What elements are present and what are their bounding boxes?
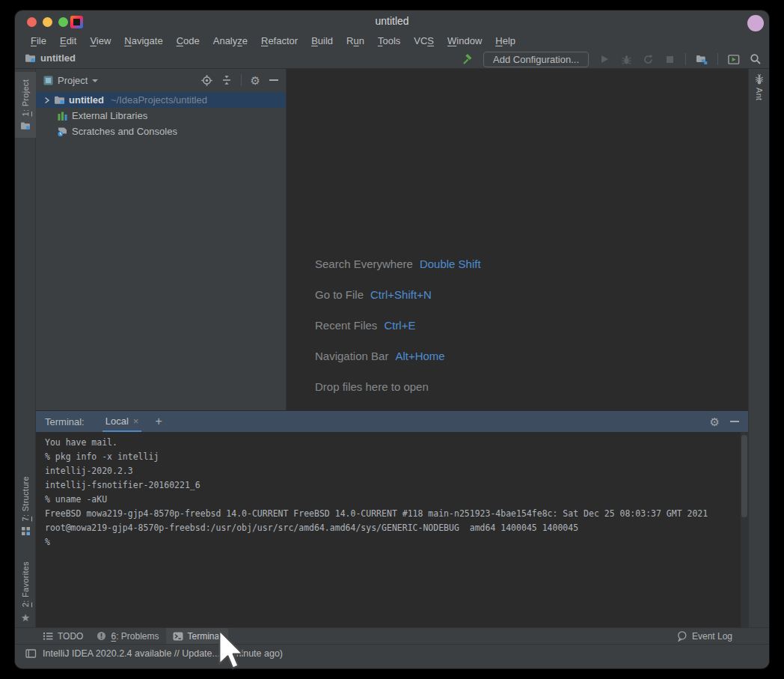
ant-tab-label: Ant bbox=[755, 88, 764, 100]
build-hammer-icon[interactable] bbox=[462, 53, 474, 65]
scrollbar-thumb[interactable] bbox=[741, 435, 747, 517]
menu-item-code[interactable]: Code bbox=[170, 33, 206, 49]
breadcrumb[interactable]: untitled bbox=[24, 52, 76, 64]
chevron-right-icon[interactable] bbox=[43, 97, 50, 104]
terminal-label: Terminal: bbox=[45, 416, 85, 427]
tool-tab-project[interactable]: 1: Project bbox=[15, 72, 36, 138]
menu-item-refactor[interactable]: Refactor bbox=[254, 33, 304, 49]
event-log-balloon-icon bbox=[676, 630, 687, 642]
editor-area[interactable]: Search EverywhereDouble Shift Go to File… bbox=[287, 69, 748, 410]
toolbar-separator bbox=[717, 53, 718, 65]
menu-item-tools[interactable]: Tools bbox=[371, 33, 407, 49]
todo-tab-label: TODO bbox=[58, 631, 83, 642]
tree-item-name: External Libraries bbox=[72, 110, 147, 121]
terminal-line: You have mail. bbox=[45, 436, 748, 450]
folder-icon bbox=[54, 95, 65, 105]
gear-icon[interactable]: ⚙ bbox=[251, 75, 260, 86]
project-tab-label: 1: Project bbox=[21, 79, 30, 116]
terminal-line: intellij-2020.2.3 bbox=[45, 464, 748, 478]
terminal-line: FreeBSD mowa219-gjp4-8570p-freebsd 14.0-… bbox=[45, 507, 748, 521]
new-session-icon[interactable]: + bbox=[155, 415, 162, 427]
tool-tab-favorites[interactable]: 2: Favorites ★ bbox=[15, 561, 36, 623]
run-icon[interactable] bbox=[598, 53, 610, 65]
terminal-header: Terminal: Local × + ⚙ bbox=[36, 411, 748, 432]
collapse-all-icon[interactable] bbox=[221, 75, 232, 85]
project-views-icon[interactable] bbox=[696, 53, 708, 65]
todo-list-icon bbox=[43, 631, 53, 641]
menu-item-vcs[interactable]: VCS bbox=[407, 33, 441, 49]
menu-item-analyze[interactable]: Analyze bbox=[206, 33, 254, 49]
panel-separator bbox=[241, 74, 242, 86]
menu-bar: File Edit View Navigate Code Analyze Ref… bbox=[15, 33, 769, 49]
hide-panel-icon[interactable] bbox=[730, 421, 739, 422]
project-tree: untitled ~/IdeaProjects/untitled Externa… bbox=[36, 92, 286, 139]
project-panel-header: Project ⚙ bbox=[36, 69, 286, 91]
hint-go-to-file: Go to FileCtrl+Shift+N bbox=[315, 279, 481, 310]
run-anything-icon[interactable] bbox=[728, 53, 740, 65]
menu-item-view[interactable]: View bbox=[83, 33, 117, 49]
left-tool-strip: 1: Project 7: Structure 2: Favorites ★ bbox=[15, 69, 36, 627]
menu-item-edit[interactable]: Edit bbox=[53, 33, 83, 49]
toolbar-actions: Add Configuration... bbox=[462, 49, 762, 69]
main-toolbar: untitled Add Configuration... bbox=[15, 49, 769, 69]
star-icon: ★ bbox=[21, 612, 31, 623]
status-bar: IntelliJ IDEA 2020.2.4 available // Upda… bbox=[15, 644, 769, 669]
hide-panel-icon[interactable] bbox=[269, 79, 278, 81]
hint-search-everywhere: Search EverywhereDouble Shift bbox=[315, 249, 481, 279]
terminal-tool-window: Terminal: Local × + ⚙ You have mail. % p… bbox=[36, 410, 748, 627]
tree-item-name: untitled bbox=[69, 94, 104, 106]
terminal-line: % pkg info -x intellij bbox=[45, 450, 748, 464]
event-log-button[interactable]: Event Log bbox=[670, 628, 739, 645]
gear-icon[interactable]: ⚙ bbox=[710, 416, 720, 427]
terminal-output[interactable]: You have mail. % pkg info -x intellij in… bbox=[36, 432, 748, 628]
tool-tab-ant[interactable]: Ant bbox=[749, 73, 769, 100]
problems-tab-label: 6: Problems bbox=[111, 631, 159, 642]
ant-icon bbox=[755, 73, 764, 85]
menu-item-navigate[interactable]: Navigate bbox=[117, 33, 169, 49]
hint-navigation-bar: Navigation BarAlt+Home bbox=[315, 341, 481, 371]
structure-tab-label: 7: Structure bbox=[21, 476, 30, 521]
project-tool-window: Project ⚙ un bbox=[36, 69, 287, 410]
menu-item-window[interactable]: Window bbox=[441, 33, 489, 49]
project-panel-title[interactable]: Project bbox=[58, 75, 88, 86]
close-icon[interactable]: × bbox=[133, 416, 139, 426]
folder-icon bbox=[20, 121, 31, 130]
project-panel-actions: ⚙ bbox=[201, 74, 278, 86]
menu-item-file[interactable]: File bbox=[24, 33, 53, 49]
tree-row-scratches[interactable]: Scratches and Consoles bbox=[36, 124, 286, 139]
tool-tab-problems[interactable]: 6: Problems bbox=[90, 628, 165, 645]
terminal-line: root@mowa219-gjp4-8570p-freebsd:/usr/obj… bbox=[45, 521, 748, 535]
tool-window-bar: TODO 6: Problems Terminal Event Log bbox=[15, 627, 769, 644]
favorites-tab-label: 2: Favorites bbox=[21, 561, 30, 607]
tree-row-external-libraries[interactable]: External Libraries bbox=[36, 108, 286, 124]
structure-icon bbox=[21, 526, 31, 536]
hint-recent-files: Recent FilesCtrl+E bbox=[315, 310, 481, 341]
add-configuration-button[interactable]: Add Configuration... bbox=[483, 52, 589, 67]
status-message[interactable]: IntelliJ IDEA 2020.2.4 available // Upda… bbox=[43, 648, 283, 659]
tool-tab-structure[interactable]: 7: Structure bbox=[15, 476, 36, 536]
project-folder-icon bbox=[24, 52, 36, 64]
hint-drop-files: Drop files here to open bbox=[315, 371, 481, 402]
terminal-tab-local[interactable]: Local × bbox=[102, 411, 142, 432]
scratches-icon bbox=[57, 127, 68, 137]
terminal-scrollbar[interactable] bbox=[741, 432, 748, 628]
chevron-down-icon[interactable] bbox=[92, 79, 98, 82]
locate-file-icon[interactable] bbox=[201, 75, 212, 86]
debug-bug-icon[interactable] bbox=[620, 53, 632, 65]
terminal-tab-name: Local bbox=[105, 415, 129, 427]
tool-tab-todo[interactable]: TODO bbox=[36, 628, 90, 645]
tree-row-untitled[interactable]: untitled ~/IdeaProjects/untitled bbox=[36, 92, 286, 108]
tool-tab-terminal[interactable]: Terminal bbox=[166, 628, 228, 645]
run-with-coverage-icon[interactable] bbox=[642, 53, 654, 65]
stop-icon[interactable] bbox=[664, 53, 676, 65]
menu-item-help[interactable]: Help bbox=[489, 33, 522, 49]
tree-item-name: Scratches and Consoles bbox=[72, 126, 177, 137]
terminal-actions: ⚙ bbox=[710, 416, 739, 427]
menu-item-run[interactable]: Run bbox=[340, 33, 371, 49]
breadcrumb-label: untitled bbox=[40, 52, 76, 64]
menu-item-build[interactable]: Build bbox=[304, 33, 340, 49]
screen-indicator-dot bbox=[747, 15, 764, 31]
search-everywhere-icon[interactable] bbox=[750, 53, 762, 65]
terminal-line: % uname -aKU bbox=[45, 493, 748, 507]
terminal-line: intellij-fsnotifier-20160221_6 bbox=[45, 478, 748, 493]
